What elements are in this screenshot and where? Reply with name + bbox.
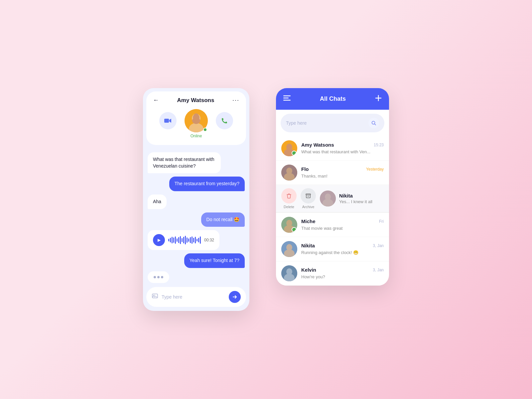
- phone-call-button[interactable]: [216, 112, 233, 129]
- chat-time-nikita2: 3, Jan: [373, 243, 384, 248]
- messages-area: What was that restaurant with Venezuelan…: [143, 148, 249, 287]
- contact-name-nikita2: Nikita: [301, 243, 315, 248]
- contact-name: Amy Watsons: [177, 97, 214, 104]
- hamburger-icon: [283, 95, 291, 101]
- archive-label: Archive: [302, 205, 315, 209]
- voice-duration: 00:32: [204, 238, 214, 242]
- voice-message: ▶: [148, 230, 219, 250]
- chat-item-nikita2[interactable]: Nikita 3, Jan Running against the clock!…: [276, 237, 389, 261]
- avatar-nikita2: [281, 241, 297, 257]
- avatar-kelvin: [281, 265, 297, 281]
- add-icon: [375, 95, 382, 101]
- all-chats-panel: All Chats Type here: [276, 88, 389, 286]
- chat-preview-nikita-swipe: Yes... I knew it all: [339, 199, 372, 204]
- more-options-button[interactable]: ···: [232, 97, 239, 104]
- chat-time-kelvin: 3, Jan: [373, 268, 384, 272]
- avatar-flo: [281, 165, 297, 181]
- all-chats-title: All Chats: [320, 95, 346, 102]
- send-button[interactable]: [229, 291, 241, 303]
- message-sent-2: The restaurant from yesterday?: [169, 177, 245, 191]
- chat-item-flo[interactable]: Flo Yesterday Thanks, man!: [276, 161, 389, 185]
- chat-item-nikita-container: Delete Archive: [276, 185, 389, 213]
- svg-rect-0: [164, 119, 169, 123]
- back-button[interactable]: ←: [153, 97, 159, 104]
- message-sent-4: Do not recall 🤩: [201, 212, 245, 227]
- message-input[interactable]: Type here: [162, 294, 225, 300]
- search-bar: Type here: [281, 114, 384, 132]
- chat-preview-kelvin: How're you?: [301, 274, 325, 279]
- avatar-amy: [281, 140, 297, 156]
- waveform: [168, 235, 201, 245]
- search-button[interactable]: [368, 118, 379, 128]
- chat-item-amy[interactable]: Amy Watsons 15:23 What was that restaura…: [276, 136, 389, 161]
- chat-preview-amy: What was that restaurant with Ven...: [301, 149, 370, 154]
- chat-preview-nikita2: Running against the clock! 😁: [301, 250, 358, 255]
- search-input[interactable]: Type here: [286, 120, 307, 126]
- chat-time-miche: Fri: [379, 219, 384, 224]
- archive-button[interactable]: Archive: [301, 188, 316, 209]
- archive-icon: [305, 193, 311, 199]
- typing-indicator: [148, 271, 169, 283]
- chat-item-miche[interactable]: Miche Fri That movie was great: [276, 213, 389, 237]
- delete-icon-bg: [281, 188, 297, 203]
- image-attach-icon: [152, 293, 158, 301]
- search-icon: [371, 121, 376, 125]
- online-indicator: [203, 128, 207, 132]
- video-icon: [164, 118, 172, 123]
- contact-avatar-container: [185, 109, 208, 132]
- chat-header: ← Amy Watsons ···: [146, 91, 246, 145]
- chat-item-body-nikita2: Nikita 3, Jan Running against the clock!…: [301, 243, 384, 255]
- delete-button[interactable]: Delete: [281, 188, 297, 209]
- chat-preview-miche: That movie was great: [301, 226, 342, 231]
- message-sent-6: Yeah sure! Tonight at 7?: [184, 253, 245, 268]
- message-received-3: Aha: [148, 195, 167, 209]
- archive-icon-bg: [301, 188, 316, 203]
- contact-name-amy: Amy Watsons: [301, 142, 334, 148]
- chat-preview-flo: Thanks, man!: [301, 174, 328, 179]
- menu-button[interactable]: [283, 95, 291, 102]
- phone-icon: [221, 117, 228, 124]
- chat-item-body-kelvin: Kelvin 3, Jan How're you?: [301, 267, 384, 280]
- contact-name-kelvin: Kelvin: [301, 267, 316, 273]
- svg-point-6: [192, 117, 200, 124]
- nikita-swipe-preview: Nikita Yes... I knew it all: [320, 191, 384, 206]
- chat-item-body-miche: Miche Fri That movie was great: [301, 218, 384, 231]
- svg-rect-11: [283, 100, 291, 101]
- svg-rect-19: [306, 194, 311, 195]
- chat-item-body-amy: Amy Watsons 15:23 What was that restaura…: [301, 142, 384, 155]
- svg-rect-9: [283, 95, 291, 96]
- new-chat-button[interactable]: [375, 95, 382, 103]
- chat-item-kelvin[interactable]: Kelvin 3, Jan How're you?: [276, 261, 389, 286]
- avatar-miche: [281, 217, 297, 233]
- swipe-actions: Delete Archive: [276, 185, 389, 212]
- chat-item-body-flo: Flo Yesterday Thanks, man!: [301, 166, 384, 179]
- chat-time-flo: Yesterday: [366, 167, 384, 172]
- trash-icon: [286, 193, 292, 199]
- svg-rect-10: [283, 98, 289, 99]
- play-voice-button[interactable]: ▶: [153, 234, 165, 246]
- send-icon: [232, 294, 237, 300]
- contact-name-flo: Flo: [301, 166, 309, 172]
- chat-window: ← Amy Watsons ···: [143, 88, 249, 311]
- chat-time-amy: 15:23: [374, 143, 384, 147]
- message-received-1: What was that restaurant with Venezuelan…: [148, 152, 221, 173]
- online-status-label: Online: [191, 134, 202, 138]
- avatar-nikita-swipe: [320, 191, 336, 206]
- chat-list: Amy Watsons 15:23 What was that restaura…: [276, 136, 389, 286]
- video-call-button[interactable]: [159, 112, 177, 129]
- all-chats-header: All Chats: [276, 88, 389, 110]
- contact-name-nikita-swipe: Nikita: [339, 193, 384, 199]
- delete-label: Delete: [284, 205, 294, 209]
- contact-name-miche: Miche: [301, 218, 316, 224]
- chat-input-bar: Type here: [146, 287, 246, 307]
